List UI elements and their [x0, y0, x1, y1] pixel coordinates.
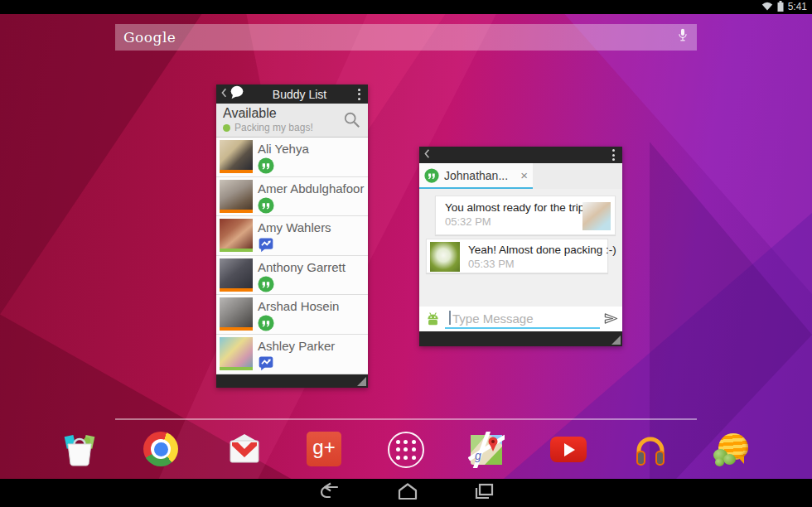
- send-icon[interactable]: [603, 311, 619, 330]
- online-dot-icon: [223, 124, 230, 132]
- maps-icon[interactable]: g: [468, 432, 505, 468]
- gplus-glyph: g+: [312, 436, 335, 459]
- status-bar: 5:41: [0, 0, 812, 14]
- widget-title: Buddy List: [244, 88, 355, 101]
- buddy-list-header: Buddy List: [216, 84, 368, 104]
- presence-bar: [220, 327, 253, 331]
- status-message: Packing my bags!: [234, 122, 313, 133]
- avatar: [582, 202, 611, 230]
- message-time: 05:32 PM: [445, 215, 578, 228]
- buddy-row[interactable]: Anthony Garrett: [216, 256, 368, 296]
- buddy-row[interactable]: Ali Yehya: [216, 138, 368, 177]
- widget-footer: [216, 374, 368, 388]
- hangouts-icon: [258, 315, 274, 331]
- chat-header: [419, 147, 622, 163]
- wifi-icon: [761, 0, 773, 15]
- google-logo: Google: [123, 29, 176, 46]
- message-list: You almost ready for the trip? 05:32 PM …: [419, 189, 622, 307]
- avatar: [430, 242, 460, 272]
- presence-bar: [220, 210, 253, 213]
- google-search-bar[interactable]: Google: [115, 24, 697, 51]
- hangouts-icon: [258, 157, 274, 174]
- trillian-icon[interactable]: [713, 432, 749, 468]
- back-icon[interactable]: [317, 482, 342, 504]
- overflow-menu-icon[interactable]: [609, 147, 618, 162]
- svg-text:g: g: [475, 449, 481, 462]
- overflow-menu-icon[interactable]: [355, 87, 364, 102]
- chevron-left-icon[interactable]: [220, 87, 227, 102]
- avatar: [220, 140, 253, 173]
- chat-tab-title: Johnathan...: [444, 169, 508, 182]
- messenger-icon: [258, 236, 274, 253]
- message-text: Yeah! Almost done packing :-): [468, 244, 601, 256]
- mic-icon[interactable]: [677, 27, 689, 47]
- presence-bar: [220, 288, 253, 292]
- message-text: You almost ready for the trip?: [445, 201, 578, 214]
- play-store-icon[interactable]: [61, 432, 98, 468]
- hangouts-icon: [424, 168, 439, 183]
- recents-icon[interactable]: [473, 482, 495, 504]
- buddy-list: Ali Yehya Amer Abdulghafoor Amy Wahlers …: [216, 138, 368, 374]
- buddy-name: Ashley Parker: [258, 339, 335, 353]
- avatar: [220, 219, 253, 252]
- presence-bar: [220, 249, 253, 252]
- buddy-row[interactable]: Amer Abdulghafoor: [216, 177, 368, 217]
- buddy-name: Arshad Hosein: [258, 299, 339, 313]
- google-plus-icon[interactable]: g+: [307, 432, 343, 468]
- chat-widget: Johnathan... × You almost ready for the …: [419, 147, 622, 346]
- avatar: [220, 258, 253, 292]
- message-input-row: Type Message: [419, 307, 622, 331]
- presence-bar: [220, 170, 253, 173]
- search-icon[interactable]: [343, 111, 361, 133]
- chat-tab-strip: Johnathan... ×: [419, 163, 622, 189]
- android-robot-icon[interactable]: [425, 311, 441, 329]
- presence-section[interactable]: Available Packing my bags!: [216, 104, 368, 138]
- battery-icon: [777, 0, 784, 15]
- buddy-row[interactable]: Arshad Hosein: [216, 295, 368, 335]
- avatar: [220, 297, 253, 331]
- gmail-icon[interactable]: [226, 432, 263, 468]
- play-music-icon[interactable]: [632, 432, 669, 468]
- avatar: [220, 337, 253, 370]
- clock: 5:41: [788, 0, 807, 14]
- chrome-icon[interactable]: [143, 432, 180, 468]
- chat-tab[interactable]: Johnathan... ×: [419, 163, 533, 187]
- message-input[interactable]: Type Message: [452, 311, 534, 326]
- message-bubble: You almost ready for the trip? 05:32 PM: [435, 196, 616, 235]
- home-icon[interactable]: [397, 482, 418, 504]
- page-indicator: [115, 418, 697, 420]
- message-time: 05:33 PM: [468, 258, 601, 270]
- hangouts-icon: [258, 197, 274, 214]
- chevron-left-icon[interactable]: [423, 147, 430, 162]
- presence-bar: [220, 367, 253, 370]
- input-underline: [445, 327, 600, 329]
- chat-bubble-icon: [230, 85, 244, 103]
- resize-handle-icon[interactable]: [611, 336, 621, 345]
- text-cursor: [449, 311, 451, 325]
- messenger-icon: [258, 355, 274, 371]
- close-icon[interactable]: ×: [520, 169, 528, 181]
- avatar: [220, 180, 253, 213]
- buddy-row[interactable]: Ashley Parker: [216, 335, 368, 374]
- buddy-row[interactable]: Amy Wahlers: [216, 216, 368, 256]
- widget-footer: [419, 331, 622, 346]
- buddy-name: Anthony Garrett: [258, 260, 346, 274]
- buddy-name: Ali Yehya: [258, 142, 309, 156]
- android-home-screen: 5:41 Google Buddy List Available: [0, 0, 812, 507]
- youtube-icon[interactable]: [550, 432, 587, 468]
- buddy-name: Amy Wahlers: [258, 220, 331, 234]
- hangouts-icon: [258, 276, 274, 292]
- app-drawer-icon[interactable]: [388, 432, 424, 468]
- buddy-name: Amer Abdulghafoor: [258, 181, 364, 196]
- message-bubble: Yeah! Almost done packing :-) 05:33 PM: [426, 239, 608, 273]
- resize-handle-icon[interactable]: [357, 377, 366, 386]
- navigation-bar: [0, 479, 812, 507]
- buddy-list-widget: Buddy List Available Packing my bags! Al…: [216, 84, 368, 388]
